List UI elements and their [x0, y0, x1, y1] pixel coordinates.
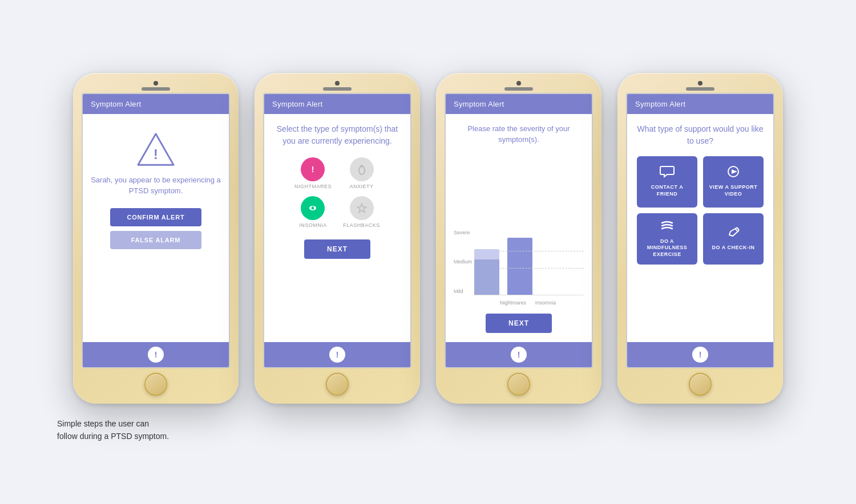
phone-4-screen: Symptom Alert What type of support would… [626, 93, 774, 368]
screen-1-footer: ! [83, 342, 229, 367]
svg-text:!: ! [154, 147, 158, 162]
bar-label-nightmares: Nightmares [500, 300, 525, 306]
flashbacks-icon [350, 196, 374, 220]
view-video-button[interactable]: VIEW A SUPPORT VIDEO [703, 156, 764, 208]
phone-4-bottom [623, 373, 777, 396]
support-title: What type of support would you like to u… [635, 123, 765, 147]
home-button[interactable] [507, 373, 530, 396]
screen-3-footer: ! [446, 342, 592, 367]
speaker [323, 87, 352, 91]
chart-label-mild: Mild [454, 288, 472, 294]
phone-2-screen: Symptom Alert Select the type of symptom… [263, 93, 411, 368]
footer-alert-icon: ! [511, 347, 527, 363]
screen-4-header: Symptom Alert [627, 94, 773, 114]
caption: Simple steps the user can follow during … [11, 417, 169, 443]
camera-icon [698, 81, 702, 86]
footer-alert-icon: ! [692, 347, 708, 363]
screen-3-body: Please rate the severity of your symptom… [446, 114, 592, 342]
rate-title: Please rate the severity of your symptom… [454, 123, 584, 145]
phone-2: Symptom Alert Select the type of symptom… [255, 73, 420, 404]
contact-friend-button[interactable]: CONTACT A FRIEND [637, 156, 697, 208]
mindfulness-label: DO A MINDFULNESS EXERCISE [641, 238, 693, 258]
svg-line-15 [735, 229, 737, 231]
symptom-nightmares[interactable]: ! NIGHTMARES [294, 157, 332, 189]
screen-2-footer: ! [264, 342, 410, 367]
select-title: Select the type of symptom(s) that you a… [272, 123, 402, 147]
check-in-button[interactable]: DO A CHECK-IN [703, 213, 764, 265]
phone-1: Symptom Alert ! Sarah, you appear to be … [73, 73, 239, 404]
screen-3-header: Symptom Alert [446, 94, 592, 114]
insomnia-icon [301, 196, 325, 220]
next-button-2[interactable]: NEXT [304, 239, 370, 259]
anxiety-label: ANXIETY [350, 184, 374, 189]
phone-2-top [260, 81, 414, 91]
mindfulness-button[interactable]: DO A MINDFULNESS EXERCISE [637, 213, 697, 265]
phone-4-top [623, 81, 777, 91]
camera-icon [335, 81, 340, 86]
bar-insomnia [507, 238, 532, 295]
support-grid: CONTACT A FRIEND VIEW A SUPPORT VIDEO [637, 156, 764, 265]
pencil-icon [727, 226, 740, 241]
phone-2-bottom [260, 373, 414, 396]
mindfulness-icon [660, 220, 675, 235]
phone-1-top [79, 81, 233, 91]
svg-marker-12 [357, 204, 366, 213]
flashbacks-label: FLASHBACKS [343, 222, 380, 228]
footer-alert-icon: ! [148, 347, 164, 363]
home-button[interactable] [144, 373, 167, 396]
phone-3-screen: Symptom Alert Please rate the severity o… [445, 93, 593, 368]
screen-2-body: Select the type of symptom(s) that you a… [264, 114, 410, 342]
svg-line-6 [360, 165, 361, 166]
bar-nightmares [474, 259, 499, 295]
ptsd-message: Sarah, you appear to be experiencing a P… [91, 174, 221, 197]
bar-label-insomnia: Insomnia [533, 300, 558, 306]
insomnia-label: INSOMNIA [299, 222, 327, 228]
svg-text:!: ! [312, 165, 314, 174]
phone-3: Symptom Alert Please rate the severity o… [436, 73, 601, 404]
confirm-alert-button[interactable]: CONFIRM ALERT [110, 208, 201, 226]
speaker [504, 87, 533, 91]
home-button[interactable] [689, 373, 712, 396]
next-button-3[interactable]: NEXT [486, 314, 552, 333]
screen-1-header: Symptom Alert [83, 94, 229, 114]
phone-3-top [442, 81, 596, 91]
svg-marker-14 [732, 169, 737, 174]
chart-label-severe: Severe [454, 230, 472, 235]
chat-icon [660, 165, 675, 181]
phones-row: Symptom Alert ! Sarah, you appear to be … [73, 73, 783, 404]
anxiety-icon [350, 157, 374, 181]
alert-icon: ! [136, 132, 176, 166]
false-alarm-button[interactable]: FALSE ALARM [110, 231, 201, 249]
screen-4-body: What type of support would you like to u… [627, 114, 773, 342]
caption-line2: follow during a PTSD symptom. [57, 432, 169, 441]
camera-icon [154, 81, 158, 86]
play-icon [726, 165, 741, 181]
screen-2-header: Symptom Alert [264, 94, 410, 114]
caption-line1: Simple steps the user can [57, 419, 149, 428]
phone-1-screen: Symptom Alert ! Sarah, you appear to be … [82, 93, 230, 368]
phone-3-bottom [442, 373, 596, 396]
chart-label-medium: Medium [454, 259, 472, 265]
symptom-flashbacks[interactable]: FLASHBACKS [343, 196, 380, 228]
home-button[interactable] [326, 373, 349, 396]
nightmares-icon: ! [301, 157, 325, 181]
footer-alert-icon: ! [329, 347, 345, 363]
view-video-label: VIEW A SUPPORT VIDEO [708, 184, 759, 197]
svg-point-11 [312, 206, 313, 207]
screen-1-body: ! Sarah, you appear to be experiencing a… [83, 114, 229, 342]
phone-4: Symptom Alert What type of support would… [617, 73, 783, 404]
symptom-anxiety[interactable]: ANXIETY [343, 157, 380, 189]
contact-friend-label: CONTACT A FRIEND [641, 184, 693, 197]
check-in-label: DO A CHECK-IN [712, 245, 755, 251]
svg-line-7 [362, 165, 364, 166]
svg-point-4 [359, 166, 365, 174]
speaker [142, 87, 170, 91]
phone-1-bottom [79, 373, 233, 396]
speaker [686, 87, 714, 91]
symptom-insomnia[interactable]: INSOMNIA [294, 196, 332, 228]
screen-4-footer: ! [627, 342, 773, 367]
camera-icon [516, 81, 521, 86]
nightmares-label: NIGHTMARES [294, 184, 332, 189]
symptoms-grid: ! NIGHTMARES ANXIETY INSO [294, 157, 380, 228]
